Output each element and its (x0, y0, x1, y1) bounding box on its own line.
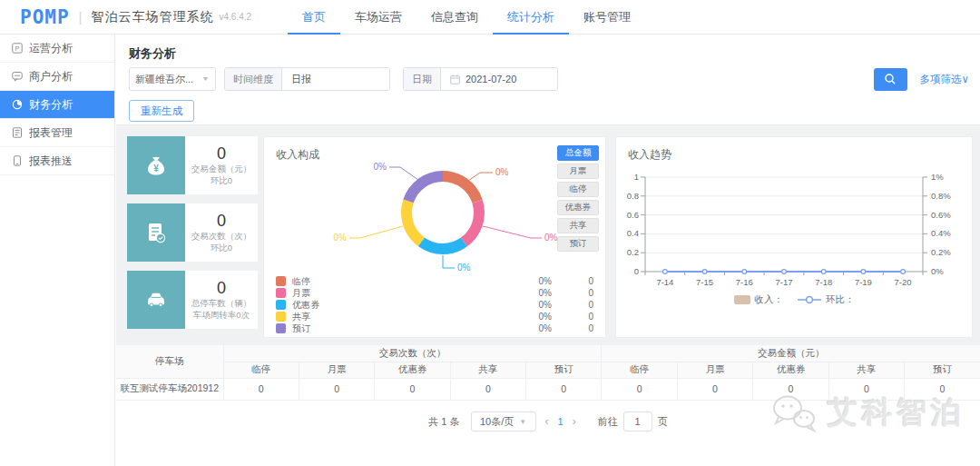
goto-page: 前往 页 (598, 411, 668, 431)
y-right-tick: 0% (931, 266, 944, 276)
filter-right: 多项筛选∨ (874, 68, 969, 91)
sidebar-item-merchant-analysis[interactable]: 商户分析 (0, 63, 114, 91)
report-manage-icon (12, 127, 23, 138)
nav-parking-operation[interactable]: 车场运营 (340, 0, 416, 35)
y-right-tick: 1% (931, 172, 944, 182)
income-composition-panel: 收入构成 总金额 月票 临停 优惠券 共享 预订 0% (263, 136, 606, 338)
legend-label: 月票 (292, 287, 512, 300)
legend-row-coupon: 优惠券 0% 0 (276, 299, 593, 311)
date-value: 2021-07-20 (466, 74, 516, 84)
sub-header: 共享 (450, 362, 525, 378)
legend-percent: 0% (512, 288, 552, 298)
legend-swatch (276, 288, 286, 298)
finance-analysis-icon (12, 99, 23, 110)
sidebar-item-label: 报表推送 (29, 154, 73, 169)
next-page-button[interactable]: › (573, 415, 576, 428)
ratio-line-swatch[interactable] (798, 295, 821, 304)
stat-label: 总停车数（辆） (191, 298, 252, 310)
col-header-parking: 停车场 (116, 345, 223, 378)
legend-swatch (276, 323, 286, 333)
invoice-icon (127, 203, 185, 262)
search-button[interactable] (874, 68, 907, 91)
stat-sub: 车场周转率0次 (193, 310, 250, 322)
nav-home[interactable]: 首页 (288, 0, 340, 35)
svg-text:P: P (15, 45, 19, 53)
cell: 0 (375, 378, 450, 400)
prev-page-button[interactable]: ‹ (545, 415, 549, 428)
regenerate-button[interactable]: 重新生成 (129, 100, 194, 122)
legend-percent: 0% (512, 312, 552, 322)
legend-percent: 0% (512, 300, 552, 310)
cell: 0 (602, 378, 677, 400)
donut-callout-coupon: 0% (457, 263, 471, 273)
legend-value: 0 (552, 323, 593, 333)
sub-header: 预订 (526, 362, 602, 378)
nav-info-query[interactable]: 信息查询 (416, 0, 493, 35)
donut-callout-shared: 0% (334, 233, 348, 243)
sidebar-item-operations-analysis[interactable]: P 运营分析 (0, 35, 114, 63)
pagination-total: 共 1 条 (428, 415, 459, 429)
filter-row: 新疆维吾尔... ▼ 时间维度 日报 日期 2021-07-20 (129, 67, 969, 91)
current-page-button[interactable]: 1 (558, 416, 564, 427)
legend-value: 0 (552, 312, 593, 322)
car-icon (127, 271, 185, 329)
stat-card-count: 0 交易次数（次） 环比0 (127, 203, 258, 262)
ratio-legend-label: 环比： (826, 293, 855, 306)
stat-label: 交易金额（元） (191, 164, 252, 175)
sidebar-item-report-manage[interactable]: 报表管理 (0, 119, 114, 147)
region-select[interactable]: 新疆维吾尔... ▼ (129, 67, 216, 91)
stat-body: 0 交易次数（次） 环比0 (185, 203, 258, 262)
group-header-amount: 交易金额（元） (602, 345, 980, 362)
legend-swatch (276, 300, 286, 310)
donut-chart-canvas[interactable]: 0% 0% 0% 0% 0% (264, 154, 564, 275)
operations-analysis-icon: P (12, 43, 23, 54)
goto-page-input[interactable] (623, 411, 652, 431)
income-bar-swatch[interactable] (734, 295, 750, 304)
page-title: 财务分析 (129, 45, 176, 62)
y-right-tick: 0.2% (931, 247, 951, 257)
sidebar-item-label: 商户分析 (29, 69, 73, 84)
watermark-text: 艾科智泊 (828, 392, 965, 433)
sidebar-item-label: 运营分析 (29, 41, 73, 56)
search-icon (884, 73, 897, 85)
sub-header: 优惠券 (375, 362, 450, 378)
stat-card-amount: ¥ 0 交易金额（元） 环比0 (127, 136, 258, 194)
sidebar-item-finance-analysis[interactable]: 财务分析 (0, 91, 114, 119)
x-tick: 7-17 (775, 277, 792, 287)
legend-row-temporary: 临停 0% 0 (276, 275, 593, 287)
sub-header: 优惠券 (753, 362, 828, 378)
x-tick: 7-16 (736, 277, 753, 287)
stat-sub: 环比0 (211, 243, 232, 254)
parking-name-cell: 联互测试停车场201912 (116, 378, 223, 400)
legend-value: 0 (552, 288, 593, 298)
sub-header: 月票 (677, 362, 752, 378)
date-input[interactable]: 2021-07-20 (441, 68, 557, 90)
watermark: 艾科智泊 (769, 392, 965, 433)
nav-statistics[interactable]: 统计分析 (493, 0, 569, 35)
top-header: POMP | 智泊云车场管理系统 v4.6.4.2 首页 车场运营 信息查询 统… (0, 0, 980, 35)
legend-label: 共享 (292, 311, 512, 323)
time-dimension-input[interactable]: 日报 (282, 68, 389, 90)
multi-filter-link[interactable]: 多项筛选∨ (920, 73, 969, 86)
legend-label: 预订 (292, 322, 512, 335)
stat-body: 0 交易金额（元） 环比0 (185, 136, 258, 194)
legend-row-monthly: 月票 0% 0 (276, 287, 593, 299)
cell: 0 (450, 378, 525, 400)
calendar-icon (450, 74, 460, 84)
sub-header: 月票 (299, 362, 374, 378)
page-size-select[interactable]: 10条/页 ▼ (471, 411, 536, 431)
date-group: 日期 2021-07-20 (403, 67, 558, 91)
sidebar-item-report-push[interactable]: 报表推送 (0, 147, 114, 175)
y-left-tick: 0.2 (627, 247, 639, 257)
sub-header: 临停 (223, 362, 299, 378)
legend-percent: 0% (512, 276, 552, 286)
region-select-value: 新疆维吾尔... (135, 73, 193, 86)
nav-account-manage[interactable]: 账号管理 (569, 0, 645, 35)
legend-value: 0 (552, 276, 593, 286)
group-header-count: 交易次数（次） (223, 345, 602, 362)
trend-chart-canvas[interactable]: 1 0.8 0.6 0.4 0.2 0 1% 0.8% 0.6% 0.4% 0.… (616, 161, 974, 295)
cell: 0 (223, 378, 299, 400)
svg-text:¥: ¥ (153, 164, 159, 174)
money-bag-icon: ¥ (127, 136, 185, 194)
y-left-tick: 0.8 (627, 191, 639, 201)
